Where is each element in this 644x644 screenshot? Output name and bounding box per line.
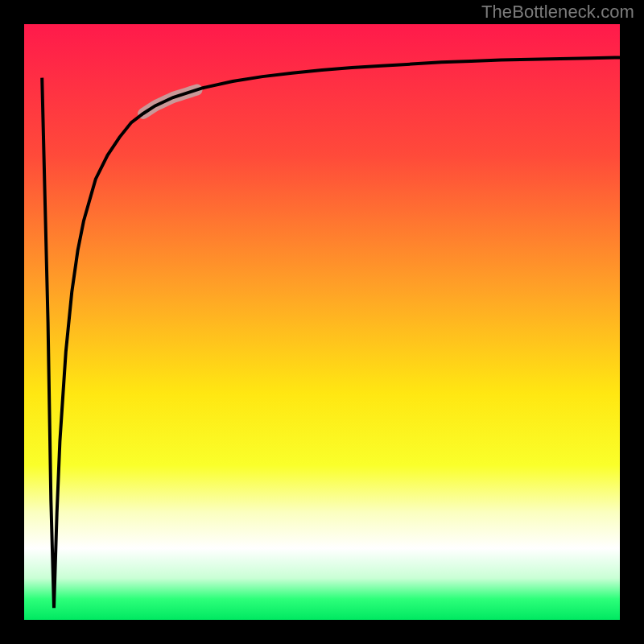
chart-svg xyxy=(0,0,644,644)
watermark-text: TheBottleneck.com xyxy=(481,2,634,23)
plot-gradient-background xyxy=(24,24,620,620)
bottleneck-chart: TheBottleneck.com xyxy=(0,0,644,644)
